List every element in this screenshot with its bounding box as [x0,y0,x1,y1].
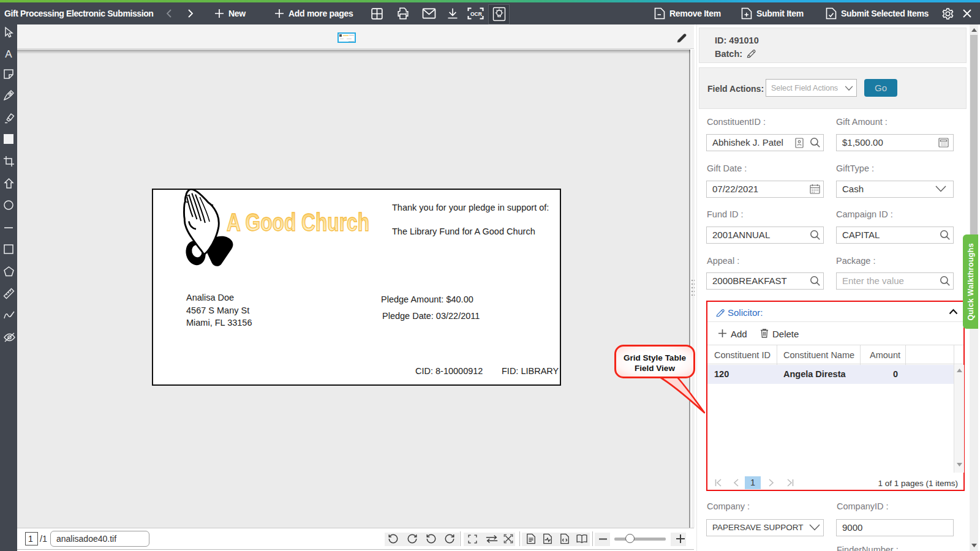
svg-text:A: A [5,48,12,59]
svg-text:OCR: OCR [470,11,482,17]
svg-text:A Good Church: A Good Church [227,209,369,236]
